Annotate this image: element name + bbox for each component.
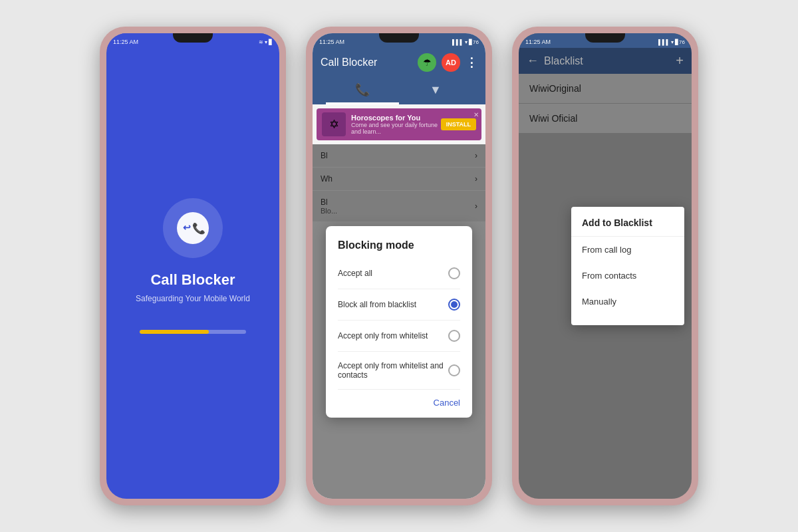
phone1-screen: 11:25 AM ≋ ▾ ▊ ↩ 📞 Call Blocker Sa — [106, 33, 279, 499]
divider-2 — [338, 320, 460, 321]
phone2-header: Call Blocker ☂ AD ⋮ — [313, 48, 485, 77]
calls-icon: 📞 — [355, 82, 370, 97]
phone2-notch — [379, 33, 419, 43]
ad-text-block: Horoscopes for You Come and see your dai… — [351, 114, 441, 135]
divider-4 — [338, 389, 460, 390]
option-block-blacklist-label: Block all from blacklist — [338, 300, 416, 309]
radio-block-blacklist[interactable] — [448, 299, 460, 311]
phone1-status-icons: ≋ ▾ ▊ — [259, 39, 273, 45]
ad-banner: ✡ Horoscopes for You Come and see your d… — [317, 108, 481, 140]
dialog-option-whitelist[interactable]: Accept only from whitelist — [338, 325, 460, 347]
battery-icon2: ▊76 — [469, 39, 479, 45]
ad-icon: ✡ — [322, 112, 346, 136]
phone2-header-title: Call Blocker — [321, 57, 377, 68]
dialog-cancel-area: Cancel — [338, 396, 460, 408]
add-blacklist-dialog: Add to Blacklist From call log From cont… — [571, 207, 684, 325]
dialog-option-accept-all[interactable]: Accept all — [338, 262, 460, 285]
dialog-option-block-blacklist[interactable]: Block all from blacklist — [338, 293, 460, 316]
dialog-option-whitelist-contacts[interactable]: Accept only from whitelist and contacts — [338, 356, 460, 385]
phone2-status-icons: ▌▌▌ ▾ ▊76 — [452, 39, 479, 45]
wifi-icon: ▾ — [265, 39, 267, 45]
divider-3 — [338, 351, 460, 352]
phone1-notch — [173, 33, 213, 43]
add-from-call-log[interactable]: From call log — [571, 237, 684, 263]
wifi-icon2: ▾ — [465, 39, 467, 45]
radio-accept-all[interactable] — [448, 267, 460, 279]
signal-icon: ▌▌▌ — [452, 39, 464, 45]
call-blocker-logo-svg: ↩ 📞 — [175, 210, 211, 247]
ad-title: Horoscopes for You — [351, 114, 441, 122]
app-logo: ↩ 📞 — [163, 198, 223, 258]
filter-icon: ▼ — [430, 83, 442, 97]
option-whitelist-contacts-label: Accept only from whitelist and contacts — [338, 361, 448, 380]
progress-bar-fill — [140, 330, 209, 334]
phone2-time: 11:25 AM — [319, 39, 344, 45]
svg-text:📞: 📞 — [192, 222, 205, 235]
battery-icon: ▊ — [269, 39, 273, 45]
ad-description: Come and see your daily fortune and lear… — [351, 122, 441, 135]
phone2-tabs: 📞 ▼ — [313, 77, 485, 104]
ad-close-button[interactable]: ✕ — [473, 111, 479, 118]
progress-bar-background — [140, 330, 246, 334]
cancel-button[interactable]: Cancel — [434, 398, 460, 408]
phone-3: 11:25 AM ▌▌▌ ▾ ▊76 ← Blacklist + WiwiOri… — [512, 27, 698, 505]
umbrella-icon[interactable]: ☂ — [418, 53, 436, 72]
phone3-status-icons: ▌▌▌ ▾ ▊76 — [658, 39, 685, 45]
wifi-icon3: ▾ — [671, 39, 674, 45]
radio-selected-indicator — [451, 301, 458, 308]
option-whitelist-label: Accept only from whitelist — [338, 331, 428, 340]
phone2-content-area: Bl › Wh › Bl Blo... › Block — [313, 144, 485, 499]
phone3-screen: 11:25 AM ▌▌▌ ▾ ▊76 ← Blacklist + WiwiOri… — [519, 33, 692, 499]
ad-install-button[interactable]: INSTALL — [441, 118, 476, 130]
option-accept-all-label: Accept all — [338, 269, 372, 278]
svg-text:↩: ↩ — [183, 222, 191, 233]
more-options-icon[interactable]: ⋮ — [466, 55, 477, 70]
phone3-notch — [585, 33, 625, 43]
phone3-time: 11:25 AM — [525, 39, 551, 45]
blocking-mode-dialog: Blocking mode Accept all Block all from … — [326, 226, 472, 418]
add-from-contacts[interactable]: From contacts — [571, 263, 684, 289]
blocking-mode-overlay: Blocking mode Accept all Block all from … — [313, 144, 485, 499]
header-icons-group: ☂ AD ⋮ — [418, 53, 477, 72]
add-manually[interactable]: Manually — [571, 289, 684, 315]
tab-calls[interactable]: 📞 — [326, 77, 399, 104]
phone-1: 11:25 AM ≋ ▾ ▊ ↩ 📞 Call Blocker Sa — [100, 27, 286, 505]
divider-1 — [338, 289, 460, 289]
signal-icon3: ▌▌▌ — [658, 39, 670, 45]
tab-filter[interactable]: ▼ — [399, 77, 472, 104]
phone2-screen: 11:25 AM ▌▌▌ ▾ ▊76 Call Blocker ☂ AD ⋮ 📞 — [313, 33, 485, 499]
phone1-app-title: Call Blocker — [150, 271, 235, 289]
phone1-time: 11:25 AM — [113, 39, 138, 45]
dialog-title: Blocking mode — [338, 239, 460, 251]
phone-2: 11:25 AM ▌▌▌ ▾ ▊76 Call Blocker ☂ AD ⋮ 📞 — [306, 27, 492, 505]
network-icon: ≋ — [259, 39, 263, 45]
radio-whitelist-contacts[interactable] — [448, 364, 460, 376]
radio-whitelist[interactable] — [448, 330, 460, 342]
add-dialog-title: Add to Blacklist — [571, 217, 684, 237]
phone1-app-subtitle: Safeguarding Your Mobile World — [136, 294, 250, 303]
user-avatar[interactable]: AD — [442, 53, 460, 72]
battery-icon3: ▊76 — [675, 39, 685, 45]
